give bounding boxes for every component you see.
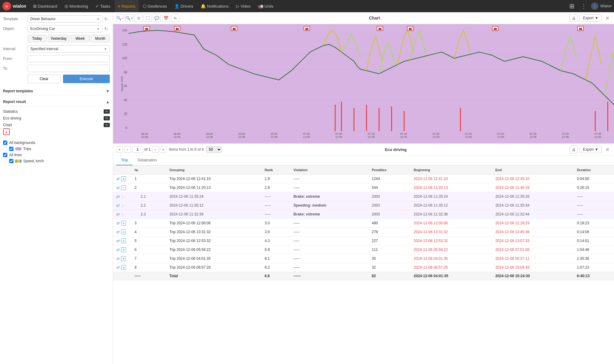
row-beginning[interactable]: 2024-12-06 11:35:24: [411, 192, 492, 201]
row-end[interactable]: 2024-12-06 11:35:28: [492, 192, 574, 201]
marker-3[interactable]: 📷: [231, 26, 237, 31]
row-expand-btn[interactable]: +: [121, 176, 126, 181]
row-end[interactable]: 2024-12-06 12:18:29: [492, 219, 574, 228]
eco-close-btn[interactable]: ✕: [604, 146, 611, 153]
eco-export-btn[interactable]: Export ▼: [579, 146, 602, 153]
nav-units[interactable]: 🚛 Units: [255, 0, 277, 12]
nav-reports[interactable]: ≡ Reports: [115, 0, 139, 12]
execute-button[interactable]: Execute: [63, 75, 110, 83]
row-beginning[interactable]: 2024-12-06 12:53:32: [411, 237, 492, 245]
row-refresh-btn[interactable]: ⇄: [116, 256, 120, 261]
zoom-reset-btn[interactable]: ⊙: [135, 14, 142, 22]
grid-icon[interactable]: ⊞: [568, 2, 576, 10]
row-expand-btn[interactable]: +: [121, 256, 126, 261]
logo[interactable]: w wialon: [2, 2, 26, 10]
nav-geofences[interactable]: ⬡ Geofences: [140, 0, 170, 12]
zoom-in-btn[interactable]: 🔍+: [125, 14, 133, 22]
chart-print-icon[interactable]: [104, 123, 110, 127]
pencil-btn[interactable]: ✏: [171, 14, 179, 22]
trips-checkbox[interactable]: [9, 147, 13, 151]
row-expand-btn[interactable]: +: [121, 230, 126, 234]
row-end[interactable]: 2024-12-06 07:51:08: [492, 245, 574, 254]
row-expand-btn[interactable]: +: [121, 265, 126, 270]
chart-print-btn[interactable]: 🖨: [570, 14, 578, 22]
btn-week[interactable]: Week: [71, 35, 90, 42]
fullscreen-btn[interactable]: ⛶: [144, 14, 152, 22]
statistics-print-icon[interactable]: [104, 109, 110, 114]
btn-today[interactable]: Today: [28, 35, 46, 42]
row-refresh-btn[interactable]: ⇄: [116, 265, 120, 270]
row-refresh-btn[interactable]: ⇄: [116, 238, 120, 243]
nav-monitoring[interactable]: ◎ Monitoring: [61, 0, 91, 12]
zoom-out-btn[interactable]: 🔍−: [116, 14, 124, 22]
row-refresh-btn[interactable]: ⇄: [116, 185, 120, 190]
nav-notifications[interactable]: 🔔 Notifications: [198, 0, 232, 12]
row-end[interactable]: 2024-12-06 11:32:44: [492, 210, 574, 219]
row-beginning[interactable]: 2024-12-06 12:41:10: [411, 175, 492, 183]
row-beginning[interactable]: 2024-12-06 11:35:12: [411, 201, 492, 210]
marker-2[interactable]: 📷: [174, 26, 180, 31]
row-refresh-btn[interactable]: ⇄: [116, 221, 120, 226]
nav-video[interactable]: ▷ Video: [233, 0, 254, 12]
report-templates-header[interactable]: Report templates ▼: [3, 87, 110, 96]
row-beginning[interactable]: 2024-12-06 11:32:38: [411, 210, 492, 219]
eco-driving-print-icon[interactable]: [104, 116, 110, 120]
row-end[interactable]: 2024-12-06 11:46:28: [492, 183, 574, 192]
last-page-btn[interactable]: »: [160, 146, 167, 153]
object-select[interactable]: EcoDriving Car ▼: [28, 25, 102, 32]
marker-8[interactable]: 📷: [577, 26, 584, 31]
row-end[interactable]: 2024-12-06 05:37:11: [492, 254, 574, 263]
object-refresh-icon[interactable]: ↻: [102, 25, 110, 32]
row-expand-btn[interactable]: +: [121, 221, 126, 226]
row-end[interactable]: 2024-12-06 15:24:30: [492, 272, 574, 280]
calendar-btn[interactable]: 📅: [162, 14, 170, 22]
interval-select[interactable]: Specified interval ▼: [28, 45, 110, 53]
result-chart[interactable]: Chart: [3, 122, 110, 128]
row-refresh-btn[interactable]: ⇄: [116, 230, 120, 234]
nav-dashboard[interactable]: ⊞ Dashboard: [30, 0, 61, 12]
chart-close-btn[interactable]: ✕: [604, 14, 611, 22]
nav-tasks[interactable]: ✓ Tasks: [92, 0, 113, 12]
btn-yesterday[interactable]: Yesterday: [48, 35, 69, 42]
row-refresh-btn[interactable]: ⇄: [116, 247, 120, 252]
all-lines-checkbox[interactable]: [3, 153, 7, 157]
per-page-select[interactable]: 50 100 200: [206, 146, 222, 153]
row-expand-btn[interactable]: +: [121, 238, 126, 243]
all-backgrounds-checkbox[interactable]: [3, 141, 7, 145]
template-refresh-icon[interactable]: ↻: [102, 15, 110, 23]
marker-6[interactable]: 📷: [407, 26, 413, 31]
message-btn[interactable]: 💬: [153, 14, 161, 22]
btn-month[interactable]: Month: [91, 35, 110, 42]
page-number-input[interactable]: [132, 146, 143, 153]
first-page-btn[interactable]: «: [116, 146, 123, 153]
row-beginning[interactable]: 2024-12-06 12:00:06: [411, 219, 492, 228]
row-refresh-btn[interactable]: ⇄: [116, 176, 120, 181]
report-result-header[interactable]: Report result ▲: [3, 97, 110, 106]
row-beginning[interactable]: 2024-12-06 08:57:26: [411, 263, 492, 272]
row-expand-btn[interactable]: +: [121, 247, 126, 252]
row-beginning[interactable]: 2024-12-06 13:31:32: [411, 228, 492, 237]
result-statistics[interactable]: Statistics: [3, 108, 110, 115]
row-beginning[interactable]: 2024-12-06 11:20:13: [411, 183, 492, 192]
row-end[interactable]: 2024-12-06 10:04:49: [492, 263, 574, 272]
marker-1[interactable]: 📷: [143, 26, 150, 31]
more-options-icon[interactable]: ⋮: [579, 2, 589, 10]
eco-print-btn[interactable]: 🖨: [570, 145, 578, 153]
from-input[interactable]: 2024 December 06 00:00: [28, 55, 110, 62]
marker-5[interactable]: 📷: [377, 26, 383, 31]
clear-button[interactable]: Clear: [28, 75, 61, 83]
red-alert-icon[interactable]: ▲: [3, 128, 10, 135]
marker-4[interactable]: 📷: [304, 26, 310, 31]
row-beginning[interactable]: 2024-12-06 04:01:35: [411, 272, 492, 280]
next-page-btn[interactable]: ›: [152, 146, 159, 153]
row-end[interactable]: 2024-12-06 11:35:34: [492, 201, 574, 210]
row-end[interactable]: 2024-12-06 13:07:33: [492, 237, 574, 245]
user-menu[interactable]: 👤 Wialon: [591, 2, 612, 10]
row-end[interactable]: 2024-12-06 12:45:10: [492, 175, 574, 183]
row-expand-btn[interactable]: −: [121, 185, 126, 190]
result-eco-driving[interactable]: Eco driving: [3, 115, 110, 122]
chart-export-btn[interactable]: Export ▼: [579, 14, 602, 22]
row-beginning[interactable]: 2024-12-06 05:56:22: [411, 245, 492, 254]
tab-trip[interactable]: Trip: [116, 156, 133, 165]
template-select[interactable]: Driver Behavior ▼: [28, 15, 102, 23]
